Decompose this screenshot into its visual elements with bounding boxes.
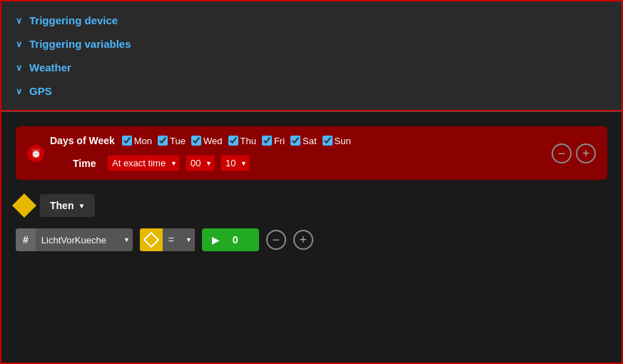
minute-select[interactable]: 000510152025303540455055 [221, 155, 250, 171]
day-wed[interactable]: Wed [191, 136, 223, 146]
hour-select-wrapper: 0001020304050607080910111213141516171819… [186, 155, 215, 171]
operator-select-outer: =+=-=*= [163, 228, 195, 251]
day-mon-checkbox[interactable] [122, 136, 132, 146]
collapsible-weather[interactable]: ∨Weather [16, 56, 607, 79]
item-label: GPS [29, 85, 52, 97]
variable-select-outer: # LichtVorKuecheLichtKuecheLichtWohnzimm… [16, 228, 133, 251]
remove-action-button[interactable]: − [266, 230, 286, 250]
hash-symbol: # [16, 228, 36, 251]
collapsible-gps[interactable]: ∨GPS [16, 79, 607, 103]
then-label: Then [50, 200, 74, 211]
day-fri-checkbox[interactable] [262, 136, 272, 146]
days-label: Days of Week [50, 135, 115, 146]
time-label: Time [73, 158, 101, 169]
day-sat-label: Sat [303, 136, 317, 146]
collapsible-triggering-device[interactable]: ∨Triggering device [16, 9, 607, 32]
day-mon[interactable]: Mon [122, 136, 152, 146]
bottom-panel: ⏰ Days of Week MonTueWedThuFriSatSun Tim… [1, 112, 622, 266]
item-label: Weather [29, 61, 71, 74]
time-mode-select[interactable]: At exact time Between After Before [107, 155, 180, 171]
day-tue-checkbox[interactable] [158, 136, 168, 146]
day-sun-checkbox[interactable] [323, 136, 333, 146]
top-panel: ∨Triggering device∨Triggering variables∨… [1, 1, 622, 111]
then-button[interactable]: Then ▼ [40, 194, 95, 217]
day-sun-label: Sun [335, 136, 351, 146]
day-sat[interactable]: Sat [290, 136, 317, 146]
day-wed-checkbox[interactable] [191, 136, 201, 146]
condition-row: ⏰ Days of Week MonTueWedThuFriSatSun Tim… [16, 126, 607, 180]
day-fri-label: Fri [274, 136, 285, 146]
variable-select[interactable]: LichtVorKuecheLichtKuecheLichtWohnzimmer [36, 229, 133, 251]
then-arrow: ▼ [78, 202, 85, 210]
operator-select[interactable]: =+=-=*= [163, 228, 195, 251]
chevron-icon: ∨ [16, 16, 22, 26]
day-fri[interactable]: Fri [262, 136, 285, 146]
chevron-icon: ∨ [16, 86, 22, 96]
chevron-icon: ∨ [16, 39, 22, 49]
day-mon-label: Mon [134, 136, 152, 146]
operator-diamond [140, 228, 163, 251]
play-icon: ▶ [212, 234, 220, 246]
condition-icon: ⏰ [27, 145, 44, 162]
action-row: # LichtVorKuecheLichtKuecheLichtWohnzimm… [16, 228, 607, 251]
play-value-button[interactable]: ▶ 0 [202, 228, 259, 251]
day-sat-checkbox[interactable] [290, 136, 300, 146]
days-time-block: Days of Week MonTueWedThuFriSatSun Time … [50, 135, 546, 171]
time-row: Time At exact time Between After Before … [50, 155, 546, 171]
item-label: Triggering variables [29, 38, 131, 50]
chevron-icon: ∨ [16, 63, 22, 73]
then-diamond-icon [12, 193, 36, 218]
variable-select-wrapper: # LichtVorKuecheLichtKuecheLichtWohnzimm… [16, 228, 133, 251]
days-section: Days of Week MonTueWedThuFriSatSun [50, 135, 546, 146]
operator-row: =+=-=*= [140, 228, 195, 251]
day-thu[interactable]: Thu [228, 136, 256, 146]
minute-select-wrapper: 000510152025303540455055 [221, 155, 250, 171]
day-sun[interactable]: Sun [323, 136, 351, 146]
add-action-button[interactable]: + [293, 230, 313, 250]
day-thu-checkbox[interactable] [228, 136, 238, 146]
day-tue[interactable]: Tue [158, 136, 186, 146]
remove-condition-button[interactable]: − [552, 143, 572, 163]
add-condition-button[interactable]: + [576, 143, 596, 163]
collapsible-triggering-variables[interactable]: ∨Triggering variables [16, 32, 607, 56]
value-display: 0 [227, 234, 244, 246]
item-label: Triggering device [29, 14, 118, 26]
condition-controls: − + [552, 143, 596, 163]
days-container: MonTueWedThuFriSatSun [122, 136, 351, 146]
hour-select[interactable]: 0001020304050607080910111213141516171819… [186, 155, 215, 171]
day-tue-label: Tue [170, 136, 186, 146]
then-row: Then ▼ [16, 194, 607, 217]
day-thu-label: Thu [240, 136, 256, 146]
time-mode-wrapper: At exact time Between After Before [107, 155, 180, 171]
operator-diamond-icon [143, 232, 159, 248]
day-wed-label: Wed [203, 136, 223, 146]
